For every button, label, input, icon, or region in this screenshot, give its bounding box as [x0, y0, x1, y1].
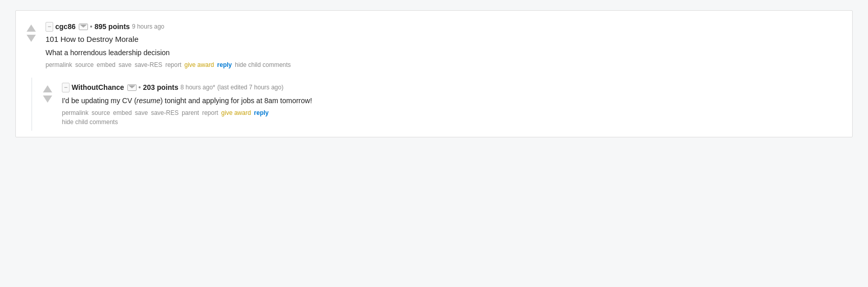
vote-column [21, 22, 41, 68]
comment-username[interactable]: cgc86 [55, 22, 76, 31]
page-wrapper: − cgc86 • 895 points 9 hours ago 101 How… [0, 0, 868, 287]
inbox-icon[interactable] [127, 84, 137, 91]
report-link[interactable]: report [165, 61, 181, 68]
comment-actions: permalink source embed save save-RES rep… [46, 61, 844, 68]
comment-actions: permalink source embed save save-RES par… [62, 109, 844, 116]
reply-link[interactable]: reply [254, 109, 269, 116]
inbox-icon[interactable] [79, 23, 88, 30]
comment-header: − cgc86 • 895 points 9 hours ago [46, 22, 844, 32]
comment-item: − WithoutChance • 203 points 8 hours ago… [32, 78, 852, 131]
embed-link[interactable]: embed [113, 109, 132, 116]
save-res-link[interactable]: save-RES [151, 109, 179, 116]
downvote-button[interactable] [43, 95, 52, 103]
source-link[interactable]: source [92, 109, 110, 116]
comment-body: − WithoutChance • 203 points 8 hours ago… [58, 83, 844, 126]
comment-points: 203 points [143, 83, 178, 91]
reply-link[interactable]: reply [217, 61, 232, 68]
comment-text-part1: I'd be updating my CV ( [62, 97, 137, 105]
comment-text-part2: ) tonight and applying for jobs at 8am t… [161, 97, 313, 105]
comment-header: − WithoutChance • 203 points 8 hours ago… [62, 83, 844, 92]
comment-text-italic: resume [137, 97, 161, 105]
comment-edited: (last edited 7 hours ago) [217, 84, 283, 91]
comment-item: − cgc86 • 895 points 9 hours ago 101 How… [16, 17, 852, 74]
save-res-link[interactable]: save-RES [135, 61, 162, 68]
upvote-button[interactable] [27, 25, 36, 32]
bullet-separator: • [139, 83, 141, 91]
comment-text: What a horrendous leadership decision [46, 47, 844, 58]
source-link[interactable]: source [75, 61, 94, 68]
comment-text: I'd be updating my CV (resume) tonight a… [62, 95, 844, 106]
embed-link[interactable]: embed [97, 61, 116, 68]
give-award-link[interactable]: give award [185, 61, 214, 68]
comment-divider [16, 74, 852, 78]
save-link[interactable]: save [135, 109, 148, 116]
nested-comment-wrapper: − WithoutChance • 203 points 8 hours ago… [31, 78, 852, 131]
comment-thread: − cgc86 • 895 points 9 hours ago 101 How… [15, 10, 853, 137]
save-link[interactable]: save [119, 61, 131, 68]
collapse-button[interactable]: − [62, 83, 70, 92]
comment-actions-row2: hide child comments [62, 118, 844, 126]
hide-child-comments-link[interactable]: hide child comments [62, 118, 118, 126]
comment-timestamp: 9 hours ago [132, 23, 164, 30]
collapse-button[interactable]: − [46, 22, 53, 32]
upvote-button[interactable] [43, 85, 52, 92]
report-link[interactable]: report [202, 109, 218, 116]
comment-username[interactable]: WithoutChance [72, 83, 124, 91]
comment-timestamp: 8 hours ago* [181, 84, 215, 91]
downvote-button[interactable] [27, 35, 36, 42]
bullet-separator: • [90, 22, 93, 31]
permalink-link[interactable]: permalink [46, 61, 72, 68]
comment-points: 895 points [95, 22, 130, 31]
vote-column [37, 83, 58, 126]
permalink-link[interactable]: permalink [62, 109, 88, 116]
give-award-link[interactable]: give award [221, 109, 251, 116]
parent-link[interactable]: parent [182, 109, 199, 116]
hide-child-comments-link[interactable]: hide child comments [235, 61, 291, 68]
comment-body: − cgc86 • 895 points 9 hours ago 101 How… [41, 22, 844, 68]
comment-title: 101 How to Destroy Morale [46, 35, 844, 43]
